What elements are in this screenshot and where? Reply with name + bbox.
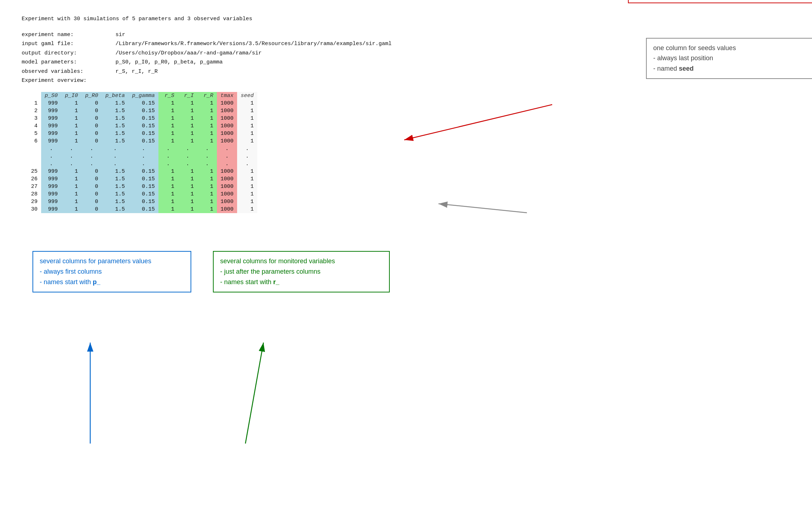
cell-r_S: 1	[158, 137, 178, 145]
row-number: 25	[22, 168, 41, 175]
cell-r_I: 1	[178, 137, 197, 145]
cell-p_R0: 0	[82, 115, 102, 122]
cell-r_S: 1	[158, 168, 178, 175]
field-value: p_S0, p_I0, p_R0, p_beta, p_gamma	[115, 58, 223, 67]
field-value: r_S, r_I, r_R	[115, 67, 158, 76]
cell-r_S: 1	[158, 100, 178, 107]
dots-cell: .	[178, 160, 197, 168]
cell-p_beta: 1.5	[102, 107, 128, 115]
dots-cell: .	[128, 160, 158, 168]
field-label: Experiment overview:	[22, 76, 115, 85]
field-value: /Library/Frameworks/R.framework/Versions…	[115, 39, 392, 49]
cell-p_I0: 1	[61, 175, 82, 183]
cell-p_S0: 999	[41, 168, 61, 175]
cell-tmax: 1000	[217, 137, 237, 145]
cell-p_I0: 1	[61, 100, 82, 107]
dots-cell: .	[41, 145, 61, 153]
row-number	[22, 160, 41, 168]
cell-p_S0: 999	[41, 137, 61, 145]
table-row: 1999101.50.1511110001	[22, 100, 257, 107]
cell-tmax: 1000	[217, 168, 237, 175]
cell-tmax: 1000	[217, 130, 237, 137]
col-header-r_I: r_I	[178, 92, 197, 100]
dots-cell: .	[102, 153, 128, 160]
cell-p_gamma: 0.15	[128, 130, 158, 137]
cell-p_beta: 1.5	[102, 100, 128, 107]
dots-cell: .	[61, 153, 82, 160]
cell-r_I: 1	[178, 130, 197, 137]
cell-r_S: 1	[158, 198, 178, 206]
cell-seed: 1	[237, 122, 257, 130]
cell-p_I0: 1	[61, 107, 82, 115]
experiment-title: Experiment with 30 simulations of 5 para…	[22, 14, 252, 24]
cell-p_I0: 1	[61, 115, 82, 122]
dots-row: ..........	[22, 145, 257, 153]
col-header-p_I0: p_I0	[61, 92, 82, 100]
cell-r_R: 1	[197, 168, 217, 175]
annotation-seed-line1: one column for seeds values	[653, 43, 812, 53]
col-header-p_R0: p_R0	[82, 92, 102, 100]
cell-r_S: 1	[158, 183, 178, 190]
row-number: 27	[22, 183, 41, 190]
cell-p_beta: 1.5	[102, 175, 128, 183]
dots-cell: .	[237, 160, 257, 168]
dots-cell: .	[237, 145, 257, 153]
dots-cell: .	[158, 160, 178, 168]
cell-seed: 1	[237, 206, 257, 213]
dots-cell: .	[178, 145, 197, 153]
cell-tmax: 1000	[217, 206, 237, 213]
cell-seed: 1	[237, 190, 257, 198]
cell-p_R0: 0	[82, 122, 102, 130]
row-number: 30	[22, 206, 41, 213]
cell-p_gamma: 0.15	[128, 137, 158, 145]
cell-r_S: 1	[158, 107, 178, 115]
cell-r_R: 1	[197, 130, 217, 137]
title-line: Experiment with 30 simulations of 5 para…	[22, 14, 790, 24]
col-header-p_S0: p_S0	[41, 92, 61, 100]
cell-r_I: 1	[178, 122, 197, 130]
dots-cell: .	[82, 145, 102, 153]
cell-tmax: 1000	[217, 100, 237, 107]
cell-r_R: 1	[197, 190, 217, 198]
cell-p_R0: 0	[82, 183, 102, 190]
row-number: 2	[22, 107, 41, 115]
cell-p_S0: 999	[41, 190, 61, 198]
cell-r_R: 1	[197, 183, 217, 190]
col-header-r_S: r_S	[158, 92, 178, 100]
cell-p_beta: 1.5	[102, 183, 128, 190]
cell-p_gamma: 0.15	[128, 198, 158, 206]
cell-p_I0: 1	[61, 183, 82, 190]
cell-p_R0: 0	[82, 206, 102, 213]
cell-p_S0: 999	[41, 100, 61, 107]
table-header-row: p_S0p_I0p_R0p_betap_gammar_Sr_Ir_Rtmaxse…	[22, 92, 257, 100]
cell-p_I0: 1	[61, 130, 82, 137]
annotation-params: several columns for parameters values - …	[32, 251, 191, 292]
cell-r_I: 1	[178, 168, 197, 175]
cell-r_S: 1	[158, 115, 178, 122]
cell-p_I0: 1	[61, 137, 82, 145]
cell-p_gamma: 0.15	[128, 115, 158, 122]
table-row: 29999101.50.1511110001	[22, 198, 257, 206]
dots-cell: .	[237, 153, 257, 160]
dots-cell: .	[82, 153, 102, 160]
cell-r_I: 1	[178, 107, 197, 115]
dots-cell: .	[82, 160, 102, 168]
cell-p_beta: 1.5	[102, 122, 128, 130]
dots-cell: .	[41, 153, 61, 160]
cell-r_S: 1	[158, 190, 178, 198]
cell-p_S0: 999	[41, 175, 61, 183]
cell-p_S0: 999	[41, 115, 61, 122]
cell-p_gamma: 0.15	[128, 175, 158, 183]
dots-cell: .	[102, 145, 128, 153]
cell-seed: 1	[237, 130, 257, 137]
cell-p_gamma: 0.15	[128, 100, 158, 107]
dots-cell: .	[128, 153, 158, 160]
cell-p_gamma: 0.15	[128, 107, 158, 115]
annotation-seed-line3: - named seed	[653, 63, 812, 74]
cell-p_beta: 1.5	[102, 206, 128, 213]
cell-p_S0: 999	[41, 122, 61, 130]
row-number: 6	[22, 137, 41, 145]
cell-r_S: 1	[158, 122, 178, 130]
cell-p_beta: 1.5	[102, 190, 128, 198]
cell-seed: 1	[237, 198, 257, 206]
